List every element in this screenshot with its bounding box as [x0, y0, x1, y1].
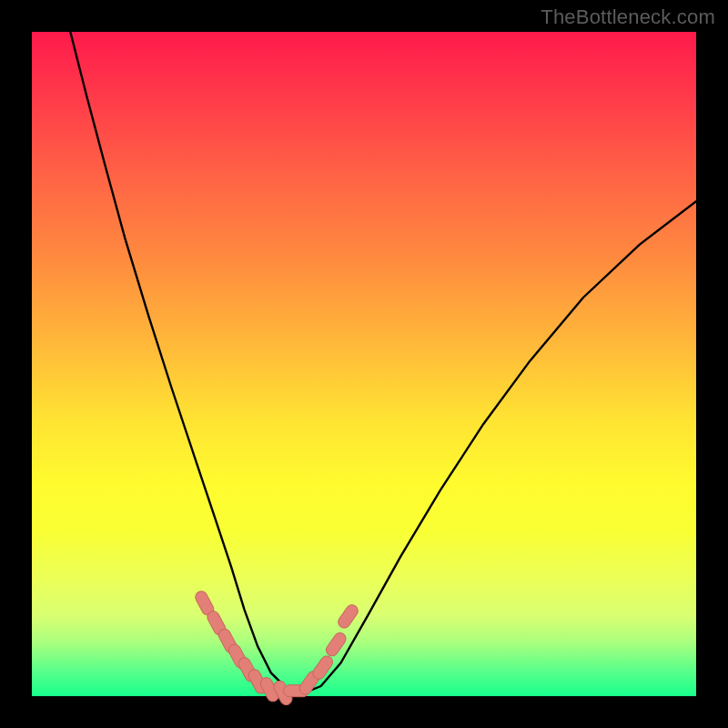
curve-marker-group [193, 589, 359, 706]
chart-svg-layer [32, 32, 696, 696]
bottleneck-curve [70, 32, 696, 693]
chart-frame: TheBottleneck.com [0, 0, 728, 728]
curve-marker [324, 631, 349, 658]
watermark-text: TheBottleneck.com [541, 5, 715, 29]
curve-marker [336, 602, 360, 630]
curve-marker [310, 653, 335, 681]
